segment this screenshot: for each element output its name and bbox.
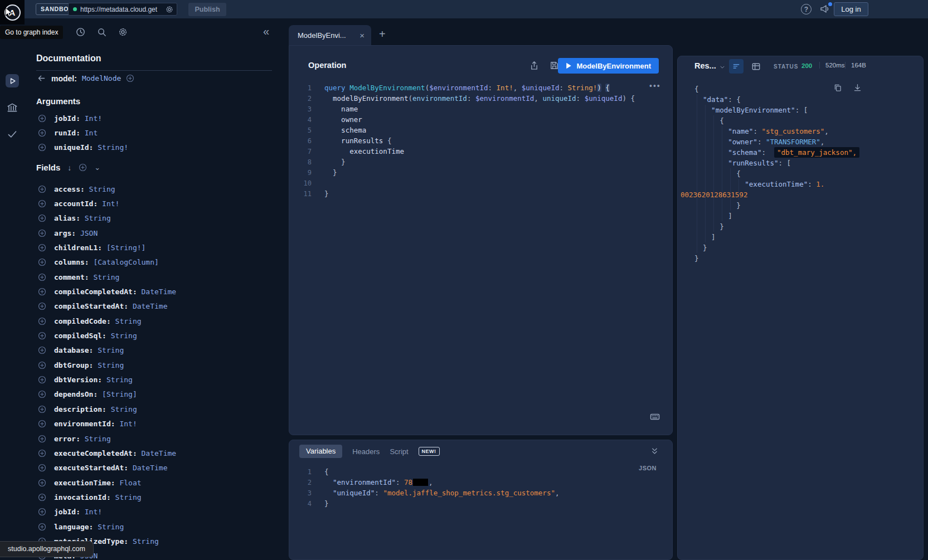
field-row[interactable]: alias: String — [38, 211, 283, 226]
field-type: Int — [80, 129, 98, 137]
add-field-icon[interactable] — [38, 288, 46, 296]
add-field-icon[interactable] — [38, 129, 46, 137]
field-row[interactable]: args: JSON — [38, 226, 283, 240]
field-row[interactable]: compiledSql: String — [38, 328, 283, 343]
tab-close-icon[interactable]: × — [359, 31, 365, 40]
publish-button[interactable]: Publish — [188, 3, 226, 16]
endpoint-url-input[interactable]: https://metadata.cloud.get — [68, 3, 177, 16]
add-field-icon[interactable] — [38, 479, 46, 487]
field-row[interactable]: compiledCode: String — [38, 314, 283, 328]
endpoint-url-text: https://metadata.cloud.get — [80, 6, 162, 13]
tab-modelbyenvironment[interactable]: ModelByEnvi... × — [289, 25, 371, 45]
field-row[interactable]: jobId: Int! — [38, 505, 283, 519]
field-row[interactable]: compileStartedAt: DateTime — [38, 299, 283, 314]
field-row[interactable]: database: String — [38, 343, 283, 358]
add-field-icon[interactable] — [38, 361, 46, 369]
tab-headers[interactable]: Headers — [352, 447, 380, 456]
line-number: 2 — [289, 94, 312, 104]
add-field-icon[interactable] — [38, 405, 46, 413]
new-tab-icon[interactable]: + — [379, 28, 386, 41]
operation-panel: Operation ModelByEnvironment ••• 1query … — [289, 45, 673, 435]
endpoint-settings-gear-icon[interactable] — [165, 5, 174, 14]
add-field-icon[interactable] — [38, 258, 46, 266]
fields-chevron-down-icon[interactable]: ⌄ — [94, 163, 100, 172]
field-row[interactable]: language: String — [38, 519, 283, 534]
tab-variables[interactable]: Variables — [299, 445, 342, 458]
code-line: 5 schema — [289, 125, 664, 135]
add-field-icon[interactable] — [38, 508, 46, 516]
add-type-icon[interactable] — [126, 74, 134, 82]
response-chevron-down-icon[interactable] — [719, 64, 726, 71]
field-name: columns: — [54, 258, 89, 266]
add-field-icon[interactable] — [38, 302, 46, 310]
add-all-fields-icon[interactable] — [79, 163, 87, 172]
add-field-icon[interactable] — [38, 523, 46, 531]
add-field-icon[interactable] — [38, 199, 46, 208]
collapse-variables-icon[interactable] — [650, 447, 659, 455]
add-field-icon[interactable] — [38, 332, 46, 340]
add-field-icon[interactable] — [38, 464, 46, 472]
breadcrumb-type[interactable]: ModelNode — [82, 74, 121, 82]
response-view-tree-toggle[interactable] — [729, 59, 744, 74]
add-field-icon[interactable] — [38, 214, 46, 222]
argument-row[interactable]: runId: Int — [38, 125, 278, 140]
collapse-panel-icon[interactable]: « — [263, 26, 269, 37]
share-icon[interactable] — [529, 60, 540, 71]
field-row[interactable]: description: String — [38, 402, 283, 416]
sort-fields-icon[interactable]: ↓ — [67, 163, 71, 172]
field-row[interactable]: error: String — [38, 431, 283, 446]
back-arrow-icon[interactable] — [37, 74, 46, 83]
code-line: ] — [678, 211, 921, 221]
arguments-heading: Arguments — [36, 96, 80, 106]
field-row[interactable]: invocationId: String — [38, 490, 283, 504]
field-row[interactable]: comment: String — [38, 270, 283, 284]
keyboard-shortcuts-icon[interactable] — [649, 411, 660, 422]
field-type: Float — [115, 479, 142, 487]
rail-item-checks[interactable] — [6, 128, 18, 140]
help-icon[interactable]: ? — [801, 4, 812, 14]
field-row[interactable]: childrenL1: [String!] — [38, 240, 283, 255]
field-row[interactable]: compileCompletedAt: DateTime — [38, 284, 283, 299]
field-row[interactable]: access: String — [38, 182, 283, 196]
field-row[interactable]: dependsOn: [String] — [38, 387, 283, 402]
variables-editor[interactable]: 1{2 "environmentId": 78,3 "uniqueId": "m… — [289, 466, 664, 509]
field-row[interactable]: dbtVersion: String — [38, 372, 283, 387]
add-field-icon[interactable] — [38, 435, 46, 443]
add-field-icon[interactable] — [38, 143, 46, 152]
field-row[interactable]: executeStartedAt: DateTime — [38, 461, 283, 475]
add-field-icon[interactable] — [38, 317, 46, 325]
add-field-icon[interactable] — [38, 493, 46, 501]
add-field-icon[interactable] — [38, 185, 46, 193]
add-field-icon[interactable] — [38, 244, 46, 252]
code-line: 3 "uniqueId": "model.jaffle_shop_metrics… — [289, 488, 664, 498]
field-type: String! — [93, 143, 128, 152]
operation-editor[interactable]: 1query ModelByEnvironment($environmentId… — [289, 82, 664, 199]
field-type: DateTime — [128, 464, 167, 472]
add-field-icon[interactable] — [38, 229, 46, 237]
add-field-icon[interactable] — [38, 449, 46, 457]
field-row[interactable]: executeCompletedAt: DateTime — [38, 446, 283, 460]
search-icon[interactable] — [96, 27, 107, 37]
tab-script[interactable]: Script — [390, 447, 408, 456]
rail-item-graph-index[interactable] — [6, 101, 18, 114]
field-row[interactable]: environmentId: Int! — [38, 417, 283, 431]
settings-gear-icon[interactable] — [118, 27, 128, 37]
field-row[interactable]: accountId: Int! — [38, 196, 283, 211]
argument-row[interactable]: uniqueId: String! — [38, 140, 278, 155]
add-field-icon[interactable] — [38, 114, 46, 123]
add-field-icon[interactable] — [38, 420, 46, 428]
add-field-icon[interactable] — [38, 376, 46, 384]
rail-item-explorer[interactable] — [6, 74, 19, 87]
add-field-icon[interactable] — [38, 390, 46, 398]
run-operation-button[interactable]: ModelByEnvironment — [558, 58, 659, 74]
history-icon[interactable] — [75, 27, 86, 37]
add-field-icon[interactable] — [38, 346, 46, 354]
field-row[interactable]: dbtGroup: String — [38, 358, 283, 372]
table-view-icon[interactable] — [751, 61, 761, 72]
add-field-icon[interactable] — [38, 273, 46, 281]
field-row[interactable]: columns: [CatalogColumn] — [38, 255, 283, 270]
response-panel: Res... STATUS 200 520ms 164B { "data": {… — [677, 56, 924, 560]
login-button[interactable]: Log in — [834, 2, 868, 16]
field-row[interactable]: executionTime: Float — [38, 475, 283, 490]
argument-row[interactable]: jobId: Int! — [38, 111, 278, 125]
